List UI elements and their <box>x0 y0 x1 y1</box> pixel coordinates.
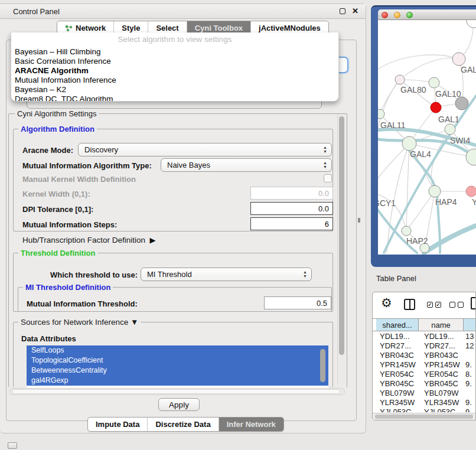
mi-steps-field[interactable]: 6 <box>250 217 333 230</box>
gear-icon[interactable]: ⚙ <box>381 296 392 310</box>
node-gray[interactable] <box>455 97 468 110</box>
node-hap4[interactable] <box>429 185 441 197</box>
table-row[interactable]: YER054CYER054C8. <box>373 370 476 379</box>
network-canvas[interactable]: GAL GAL80 GAL10 GAL1 GAL11 SWI4 GAL4 GCY… <box>378 20 476 255</box>
apply-button[interactable]: Apply <box>158 398 200 411</box>
unchecked-checkbox-icon[interactable] <box>449 302 455 308</box>
zoom-traffic-light-icon[interactable] <box>406 12 413 18</box>
node-hap2[interactable] <box>402 226 411 236</box>
panel-splitter-handle[interactable] <box>358 218 360 223</box>
hub-definition-expander[interactable]: Hub/Transcription Factor Definition ▶ <box>22 236 156 244</box>
dropdown-item[interactable]: Bayesian – K2 <box>15 85 66 94</box>
list-item[interactable]: SelfLoops <box>27 345 328 356</box>
minimize-traffic-light-icon[interactable] <box>394 12 400 18</box>
close-traffic-light-icon[interactable] <box>382 12 388 18</box>
node-label: GAL11 <box>380 120 406 130</box>
unchecked-checkbox-icon[interactable] <box>458 302 464 308</box>
node-gal10[interactable] <box>429 77 439 88</box>
table-row[interactable]: YBR045CYBR045C9. <box>373 379 476 389</box>
close-icon[interactable]: ✕ <box>352 6 358 15</box>
node-gal1[interactable] <box>445 124 455 135</box>
tab-impute-data[interactable]: Impute Data <box>88 418 148 431</box>
minimized-panel-icon[interactable] <box>8 442 17 449</box>
tab-network-label: Network <box>76 24 106 32</box>
node[interactable] <box>467 20 476 28</box>
scrollbar-thumb[interactable] <box>375 415 473 419</box>
scrollbar-thumb[interactable] <box>339 116 344 355</box>
columns-icon[interactable] <box>404 299 415 310</box>
table-horizontal-scrollbar[interactable] <box>373 413 476 420</box>
table-panel-title: Table Panel <box>376 274 416 283</box>
spinner-arrows-icon: ▲▼ <box>303 270 307 278</box>
group-title: MI Threshold Definition <box>23 283 113 292</box>
tab-infer-network[interactable]: Infer Network <box>219 418 283 431</box>
node-label: GAL10 <box>435 89 461 99</box>
collapse-arrow-icon[interactable]: ▼ <box>131 318 138 327</box>
group-title: Threshold Definition <box>18 249 97 257</box>
mi-threshold-label: Mutual Information Threshold: <box>27 299 138 308</box>
checked-checkbox-icon[interactable]: ✓ <box>427 302 433 308</box>
checked-checkbox-icon[interactable]: ✓ <box>435 302 441 308</box>
node-selected-red[interactable] <box>431 102 441 113</box>
column-header-shared[interactable]: shared... <box>376 319 419 331</box>
dropdown-item-selected[interactable]: ARACNE Algorithm <box>15 66 89 75</box>
column-header-cut[interactable] <box>464 319 476 331</box>
algorithm-dropdown-popup: Select algorithm to view settings Bayesi… <box>11 32 339 102</box>
list-item[interactable]: BetweennessCentrality <box>27 366 328 376</box>
node-gal4[interactable] <box>402 136 416 151</box>
dropdown-item[interactable]: Bayesian – Hill Climbing <box>15 47 101 56</box>
control-panel-title: Control Panel <box>13 7 60 16</box>
kernel-width-label: Kernel Width (0,1): <box>22 190 90 198</box>
dropdown-item[interactable]: Mutual Information Inference <box>15 76 116 84</box>
group-title: Cyni Algorithm Settings <box>15 109 99 118</box>
list-item[interactable]: TopologicalCoefficient <box>27 356 328 366</box>
tab-discretize-data[interactable]: Discretize Data <box>148 418 219 431</box>
node-label: SWI4 <box>450 136 470 145</box>
column-header-name[interactable]: name <box>419 319 464 331</box>
screen: Control Panel ✕ Network Style Select Cyn… <box>0 0 476 450</box>
table-row[interactable]: YBR043CYBR043C <box>373 351 476 360</box>
scrollbar-thumb[interactable] <box>12 389 340 394</box>
group-title: Algorithm Definition <box>18 125 97 133</box>
mi-type-combobox[interactable]: Naive Bayes ▲▼ <box>161 158 332 172</box>
manual-kernel-checkbox[interactable] <box>324 174 332 182</box>
control-panel-titlebar: Control Panel ✕ <box>0 4 366 19</box>
mi-steps-label: Mutual Information Steps: <box>22 220 117 229</box>
node-salmon[interactable] <box>466 186 476 197</box>
manual-kernel-label: Manual Kernel Width Definition <box>22 175 136 184</box>
dropdown-item[interactable]: Basic Correlation Inference <box>15 57 111 66</box>
node-gal80[interactable] <box>395 75 405 84</box>
table-row[interactable]: YDL19...YDL19...13 <box>373 332 476 341</box>
node-label: GAL1 <box>438 115 459 124</box>
node-label: HAP4 <box>435 197 457 207</box>
table-row[interactable]: YLR345WYLR345W9. <box>373 398 476 407</box>
network-icon <box>65 25 73 32</box>
mi-threshold-field[interactable]: 0.5 <box>264 296 331 309</box>
float-window-icon[interactable] <box>340 8 345 14</box>
dropdown-item[interactable]: Dream8 DC_TDC Algorithm <box>15 94 113 102</box>
which-threshold-combobox[interactable]: MI Threshold ▲▼ <box>141 268 312 281</box>
dpi-tolerance-field[interactable]: 0.0 <box>250 202 333 215</box>
which-threshold-label: Which threshold to use: <box>50 270 138 279</box>
table-row[interactable]: YPR145WYPR145W9. <box>373 360 476 370</box>
node[interactable] <box>452 53 465 66</box>
list-item[interactable]: gal4RGexp <box>27 376 328 386</box>
file-icon[interactable] <box>471 297 476 309</box>
node-gal11[interactable] <box>378 109 384 119</box>
settings-horizontal-scrollbar[interactable] <box>9 388 345 395</box>
kernel-width-field[interactable]: 0.0 <box>250 187 333 200</box>
aracne-mode-combobox[interactable]: Discovery ▲▼ <box>78 143 332 156</box>
node-label: HAP2 <box>406 236 428 246</box>
settings-vertical-scrollbar[interactable] <box>337 115 345 385</box>
list-scrollbar-thumb[interactable] <box>320 349 325 382</box>
table-row[interactable]: YJL053CYJL053C9. <box>373 407 476 412</box>
network-window-titlebar[interactable] <box>378 9 476 20</box>
data-attributes-list[interactable]: SelfLoops TopologicalCoefficient Between… <box>27 345 328 388</box>
table-row[interactable]: YBL079WYBL079W <box>373 389 476 398</box>
data-attributes-label: Data Attributes <box>21 334 76 343</box>
table-body[interactable]: YDL19...YDL19...13 YDR27...YDR27...12 YB… <box>373 332 476 412</box>
table-row[interactable]: YDR27...YDR27...12 <box>373 341 476 351</box>
node-label: GCY1 <box>378 198 396 208</box>
expand-arrow-icon: ▶ <box>150 236 156 244</box>
table-header-row: shared... name <box>373 318 476 331</box>
